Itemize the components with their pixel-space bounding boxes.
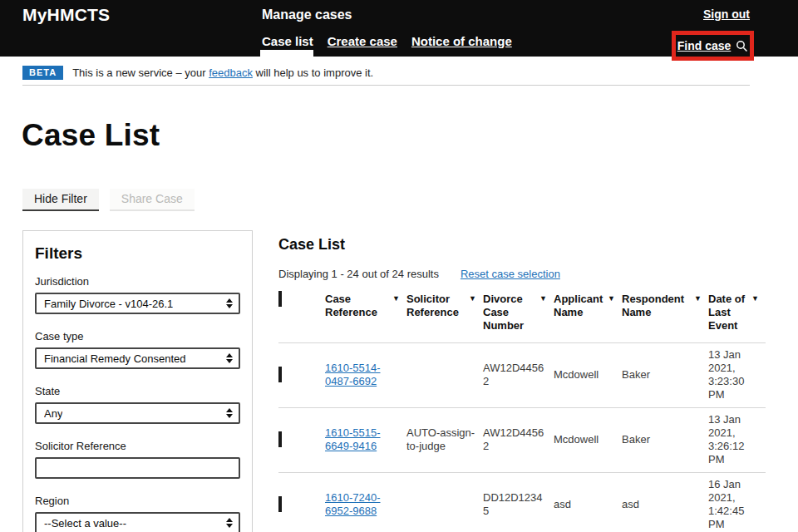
case-reference-link[interactable]: 1610-5514-0487-6692 [325,362,381,387]
state-select[interactable]: Any [35,402,240,424]
respondent-name-cell: Baker [622,342,708,407]
column-case-reference: Case Reference [325,293,389,319]
case-list-table: Case Reference▼ Solicitor Reference▼ Div… [278,289,766,532]
column-applicant-name: Applicant Name [554,293,604,319]
beta-text-after: will help us to improve it. [253,66,373,79]
solicitor-reference-field: Solicitor Reference [35,440,240,479]
region-label: Region [35,495,240,507]
toolbar: Hide Filter Share Case [22,189,195,211]
app-header: MyHMCTS Manage cases Sign out Case list … [0,0,798,57]
case-type-label: Case type [35,330,240,342]
filters-title: Filters [35,244,240,263]
state-field: State Any [35,385,240,424]
applicant-name-cell: asd [554,472,622,532]
table-row: 1610-5515-6649-9416 AUTO-assign-to-judge… [278,407,766,472]
share-case-button[interactable]: Share Case [110,189,195,211]
sort-icon[interactable]: ▼ [608,293,615,319]
select-stepper-icon [226,518,233,528]
region-select-value: --Select a value-- [44,517,126,530]
date-of-last-event-cell: 16 Jan 2021, 1:42:45 PM [708,472,766,532]
row-checkbox[interactable] [278,367,282,382]
filters-panel: Filters Jurisdiction Family Divorce - v1… [22,230,253,532]
hide-filter-button[interactable]: Hide Filter [22,189,99,211]
divorce-case-number-cell: AW12D44562 [483,407,554,472]
sort-icon[interactable]: ▼ [392,293,400,319]
region-field: Region --Select a value-- [35,495,240,532]
case-type-select-value: Financial Remedy Consented [44,352,186,365]
case-reference-link[interactable]: 1610-5515-6649-9416 [325,426,381,452]
myhmcts-logo[interactable]: MyHMCTS [22,5,110,25]
results-summary: Displaying 1 - 24 out of 24 results [278,268,439,280]
row-checkbox[interactable] [278,496,282,512]
jurisdiction-select-value: Family Divorce - v104-26.1 [44,298,173,310]
sort-icon[interactable]: ▼ [469,293,476,319]
date-of-last-event-cell: 13 Jan 2021, 3:23:30 PM [708,342,766,407]
results-summary-line: Displaying 1 - 24 out of 24 results Rese… [278,268,766,280]
solicitor-reference-input[interactable] [35,457,240,479]
applicant-name-cell: Mcdowell [554,342,622,407]
sort-icon[interactable]: ▼ [539,293,547,332]
sign-out-link[interactable]: Sign out [703,7,750,21]
solicitor-reference-label: Solicitor Reference [35,440,240,452]
app-title: Manage cases [262,7,352,22]
sort-icon[interactable]: ▼ [694,293,702,319]
beta-banner: BETA This is a new service – your feedba… [22,66,373,80]
jurisdiction-select[interactable]: Family Divorce - v104-26.1 [35,293,240,314]
case-type-field: Case type Financial Remedy Consented [35,330,240,369]
solicitor-reference-cell: AUTO-assign-to-judge [406,407,483,472]
beta-badge: BETA [22,66,63,80]
jurisdiction-field: Jurisdiction Family Divorce - v104-26.1 [35,275,240,314]
tab-notice-of-change[interactable]: Notice of change [411,34,512,48]
case-type-select[interactable]: Financial Remedy Consented [35,347,240,369]
beta-divider [22,85,750,86]
tab-case-list[interactable]: Case list [262,34,313,48]
column-respondent-name: Respondent Name [622,293,691,319]
select-stepper-icon [226,408,233,418]
sort-icon[interactable]: ▼ [751,293,759,332]
primary-nav: Case list Create case Notice of change [262,34,512,48]
applicant-name-cell: Mcdowell [554,407,622,472]
find-case-highlight-box: Find case [672,31,754,61]
page-title: Case List [22,118,160,153]
search-icon[interactable] [736,40,748,52]
select-stepper-icon [226,298,233,308]
reset-case-selection-link[interactable]: Reset case selection [461,268,560,280]
active-tab-indicator [260,50,313,63]
divorce-case-number-cell: DD12D12345 [483,472,554,532]
column-solicitor-reference: Solicitor Reference [406,293,466,319]
region-select[interactable]: --Select a value-- [35,512,240,532]
solicitor-reference-cell [406,342,483,407]
respondent-name-cell: Baker [622,407,708,472]
row-checkbox[interactable] [278,431,282,447]
beta-text-before: This is a new service – your [72,66,209,79]
select-all-checkbox[interactable] [278,291,282,307]
solicitor-reference-cell [406,472,483,532]
find-case-link[interactable]: Find case [677,39,732,52]
case-reference-link[interactable]: 1610-7240-6952-9688 [325,491,381,517]
table-row: 1610-7240-6952-9688 DD12D12345 asd asd 1… [278,472,766,532]
feedback-link[interactable]: feedback [209,66,253,79]
divorce-case-number-cell: AW12D44562 [483,342,554,407]
tab-create-case[interactable]: Create case [328,34,397,48]
table-row: 1610-5514-0487-6692 AW12D44562 Mcdowell … [278,342,766,407]
date-of-last-event-cell: 13 Jan 2021, 3:26:12 PM [708,407,766,472]
table-header-row: Case Reference▼ Solicitor Reference▼ Div… [278,289,766,342]
column-divorce-case-number: Divorce Case Number [483,293,536,332]
beta-text: This is a new service – your feedback wi… [72,66,373,79]
state-select-value: Any [44,407,62,420]
column-date-of-last-event: Date of Last Event [708,293,748,332]
jurisdiction-label: Jurisdiction [35,275,240,288]
case-list-title: Case List [278,236,766,254]
respondent-name-cell: asd [622,472,708,532]
case-list-section: Case List Displaying 1 - 24 out of 24 re… [278,236,766,532]
select-stepper-icon [226,353,233,363]
state-label: State [35,385,240,397]
